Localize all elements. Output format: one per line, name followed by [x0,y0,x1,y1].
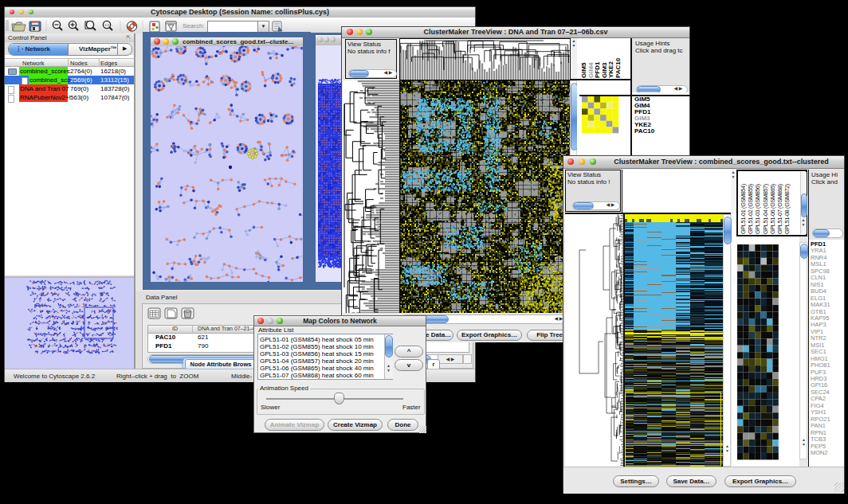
svg-text:1:1: 1:1 [105,23,110,27]
